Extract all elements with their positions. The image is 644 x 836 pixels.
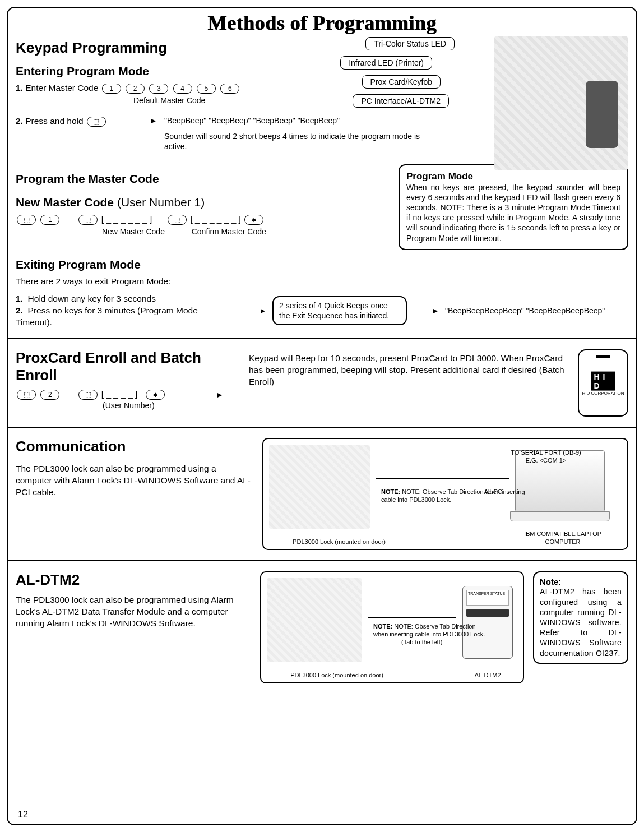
key-6: 6 (220, 84, 239, 94)
program-mode-box-title: Program Mode (406, 171, 620, 182)
program-mode-box-body: When no keys are pressed, the keypad sou… (406, 182, 620, 243)
program-mode-box: Program Mode When no keys are pressed, t… (399, 164, 628, 250)
comm-note-text: NOTE: Observe Tab Direction when inserti… (381, 488, 525, 503)
key-prox-2: 2 (40, 390, 59, 400)
aldtm2-note: NOTE: NOTE: Observe Tab Direction when i… (373, 623, 491, 639)
exit-sequence-box: 2 series of 4 Quick Beeps once the Exit … (272, 296, 407, 325)
aldtm2-note-title: Note: (540, 577, 622, 586)
lock-caption-2: PDL3000 Lock (mounted on door) (267, 672, 407, 680)
prox-user-blanks: [ _ _ _ _ ] (101, 389, 138, 399)
new-master-code-blanks: [ _ _ _ _ _ _ ] (101, 214, 152, 224)
key-4: 4 (173, 84, 192, 94)
key-seq-icon: ⬚ (17, 215, 36, 225)
page-title: Methods of Programming (16, 11, 628, 35)
arrow-icon-3 (415, 311, 437, 311)
key-seq-1: 1 (40, 215, 59, 225)
arrow-icon (116, 121, 155, 121)
heading-program-master-code: Program the Master Code (16, 172, 387, 186)
lock-illustration (494, 36, 628, 170)
serial-port-label: TO SERIAL PORT (DB-9) E.G. <COM 1> (504, 449, 588, 465)
confirm-master-code-caption: Confirm Master Code (192, 227, 266, 236)
al-dtm2-body: The PDL3000 lock can also be programmed … (16, 594, 251, 630)
heading-user-number-1: (User Number 1) (117, 196, 205, 209)
communication-body: The PDL3000 lock can also be programmed … (16, 463, 251, 498)
key-3: 3 (149, 84, 168, 94)
heading-new-master-code: New Master Code (16, 196, 114, 209)
divider-3 (8, 560, 636, 561)
key-1: 1 (102, 84, 121, 94)
callout-infrared-led: Infrared LED (Printer) (340, 56, 432, 70)
hid-logo: H I D (591, 372, 615, 391)
heading-al-dtm2: AL-DTM2 (16, 571, 251, 589)
key-2: 2 (126, 84, 145, 94)
comm-note: NOTE: NOTE: Observe Tab Direction when i… (381, 488, 527, 504)
exit-1-text: Hold down any key for 3 seconds (28, 294, 156, 303)
step-2-label: 2. (16, 116, 23, 126)
aldtm2-diagram: TRANSFER STATUS NOTE: NOTE: Observe Tab … (260, 571, 524, 683)
heading-communication: Communication (16, 438, 251, 455)
communication-diagram: TO SERIAL PORT (DB-9) E.G. <COM 1> AL-PC… (262, 438, 628, 550)
prox-user-caption: (User Number) (103, 400, 240, 410)
callout-pc-interface: PC Interface/AL-DTM2 (353, 94, 449, 108)
heading-exiting-program-mode: Exiting Program Mode (16, 258, 628, 271)
confirm-master-code-blanks: [ _ _ _ _ _ _ ] (190, 214, 240, 224)
key-seq-icon-2: ⬚ (78, 215, 98, 225)
key-asterisk (244, 215, 263, 225)
heading-proxcard-enroll: ProxCard Enroll and Batch Enroll (16, 349, 240, 384)
aldtm2-device-icon: TRANSFER STATUS (462, 586, 513, 659)
key-prox-1: ⬚ (17, 390, 36, 400)
beep-note: Sounder will sound 2 short beeps 4 times… (164, 131, 422, 151)
beep-line: "BeepBeep" "BeepBeep" "BeepBeep" "BeepBe… (164, 116, 422, 126)
lock-diagram-icon (269, 445, 370, 529)
laptop-caption: IBM COMPATIBLE LAPTOP COMPUTER (515, 530, 610, 546)
callout-tri-color-led: Tri-Color Status LED (365, 37, 455, 50)
hid-corporation-label: HID CORPORATION (582, 391, 624, 396)
tab-left-label: (Tab to the left) (401, 639, 442, 646)
aldtm2-caption: AL-DTM2 (462, 672, 513, 680)
key-5: 5 (197, 84, 216, 94)
key-prox-asterisk (146, 390, 165, 400)
step-2-text: Press and hold (25, 116, 83, 126)
exit-2-text: Press no keys for 3 minutes (Program Mod… (16, 306, 198, 327)
exit-beeps: "BeepBeepBeepBeep" "BeepBeepBeepBeep" (445, 306, 605, 316)
key-prox-3: ⬚ (78, 390, 98, 400)
callout-prox-card: Prox Card/Keyfob (362, 75, 441, 89)
aldtm2-note-box: Note: AL-DTM2 has been configured using … (533, 571, 628, 663)
exit-intro: There are 2 ways to exit Program Mode: (16, 276, 628, 288)
page-number: 12 (18, 810, 28, 820)
hid-card-illustration: H I D HID CORPORATION (578, 349, 628, 417)
aldtm2-note-body: AL-DTM2 has been configured using a comp… (540, 586, 622, 658)
step-1-label: 1. (16, 83, 23, 93)
key-seq-icon-3: ⬚ (168, 215, 187, 225)
divider-2 (8, 427, 636, 428)
page-frame: Methods of Programming Tri-Color Status … (7, 7, 637, 825)
proxcard-body: Keypad will Beep for 10 seconds, present… (249, 349, 569, 388)
divider-1 (8, 338, 636, 339)
arrow-icon-2 (225, 311, 265, 311)
lock-diagram-icon-2 (267, 578, 362, 662)
step-1-text: Enter Master Code (25, 83, 98, 93)
key-hold-icon: ⬚ (87, 117, 106, 127)
exit-2-label: 2. (16, 306, 23, 315)
arrow-icon-4 (171, 395, 221, 395)
exit-1-label: 1. (16, 294, 23, 303)
lock-caption: PDL3000 Lock (mounted on door) (269, 538, 409, 546)
new-master-code-caption: New Master Code (102, 227, 165, 236)
